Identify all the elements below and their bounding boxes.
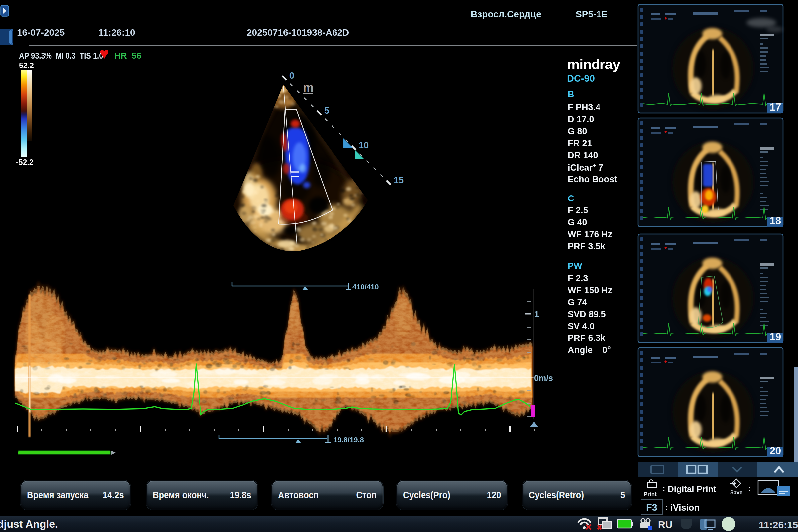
svg-text:Print: Print <box>644 491 657 497</box>
svg-text::: : <box>748 483 751 493</box>
svg-text:iVision: iVision <box>670 503 700 513</box>
svg-text:5: 5 <box>324 106 329 116</box>
svg-text:m: m <box>303 81 314 94</box>
svg-text:17: 17 <box>770 101 781 113</box>
svg-text:10: 10 <box>359 140 369 150</box>
svg-text:18: 18 <box>770 215 781 227</box>
svg-text:F3: F3 <box>646 502 657 513</box>
svg-text:0m/s: 0m/s <box>534 374 553 383</box>
svg-text:0: 0 <box>289 71 294 81</box>
svg-text::: : <box>662 483 665 493</box>
svg-text:Digital Print: Digital Print <box>668 484 716 494</box>
svg-text:Save: Save <box>730 490 742 495</box>
svg-text:410/410: 410/410 <box>353 283 379 291</box>
svg-text:15: 15 <box>394 175 404 185</box>
svg-text:19: 19 <box>770 331 781 343</box>
svg-text::: : <box>665 502 668 512</box>
svg-text:1: 1 <box>534 309 539 319</box>
svg-text:19.8/19.8: 19.8/19.8 <box>334 436 364 444</box>
svg-text:20: 20 <box>770 445 781 457</box>
